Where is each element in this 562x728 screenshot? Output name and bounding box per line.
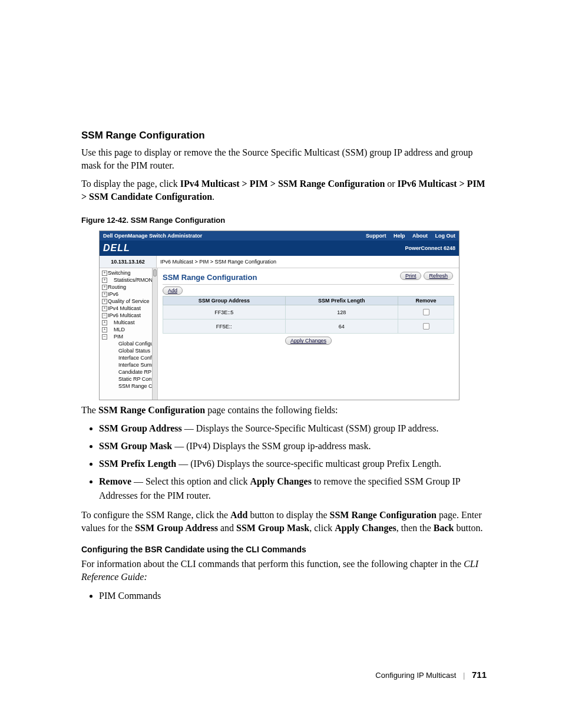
nav-item[interactable]: Global Configurat xyxy=(102,340,157,347)
nav-item[interactable]: Interface Summa xyxy=(102,361,157,368)
content-area: Print Refresh SSM Range Configuration Ad… xyxy=(158,268,459,400)
footer-section-name: Configuring IP Multicast xyxy=(375,671,456,680)
fields-intro-pre: The xyxy=(81,405,98,415)
nav-item[interactable]: Static RP Config xyxy=(102,375,157,383)
ssm-table: SSM Group Address SSM Prefix Length Remo… xyxy=(163,296,454,334)
about-link[interactable]: About xyxy=(412,233,428,239)
nav-item-label: Statistics/RMON xyxy=(114,277,153,283)
tree-toggle-icon[interactable]: − xyxy=(102,313,107,318)
tree-toggle-icon[interactable]: + xyxy=(102,327,107,332)
cli-paragraph: For information about the CLI commands t… xyxy=(81,558,487,583)
field-desc: — (IPv6) Displays the source-specific mu… xyxy=(176,459,441,469)
field-desc: — (IPv4) Displays the SSM group ip-addre… xyxy=(172,441,371,451)
field-item: SSM Group Address — Displays the Source-… xyxy=(99,421,487,436)
intro-paragraph-1: Use this page to display or remove the t… xyxy=(81,146,487,172)
support-link[interactable]: Support xyxy=(366,233,386,239)
page-footer: Configuring IP Multicast | 711 xyxy=(375,670,487,680)
nav-item-label: Global Status xyxy=(118,348,150,354)
apply-changes-button[interactable]: Apply Changes xyxy=(285,337,332,345)
add-button[interactable]: Add xyxy=(163,286,183,295)
fields-list: SSM Group Address — Displays the Source-… xyxy=(99,421,487,503)
print-button[interactable]: Print xyxy=(400,272,422,280)
nav-item[interactable]: −IPv6 Multicast xyxy=(102,312,157,319)
dell-logo: DELL xyxy=(103,243,130,253)
config-paragraph: To configure the SSM Range, click the Ad… xyxy=(81,509,487,534)
field-name: SSM Group Address xyxy=(99,423,182,433)
refresh-button[interactable]: Refresh xyxy=(424,272,453,280)
nav-item[interactable]: Global Status xyxy=(102,347,157,354)
tree-toggle-icon[interactable]: + xyxy=(102,320,107,325)
nav-item-label: Multicast xyxy=(114,319,135,325)
nav-item[interactable]: Candidate RP Co xyxy=(102,368,157,375)
remove-checkbox[interactable] xyxy=(423,323,429,330)
breadcrumb: IPv6 Multicast > PIM > SSM Range Configu… xyxy=(157,256,459,268)
table-row: FF3E::5128 xyxy=(163,305,454,319)
nav-item-label: IPv6 Multicast xyxy=(108,312,141,318)
cell-ssm-prefix-length: 128 xyxy=(285,305,398,319)
col-ssm-group-address: SSM Group Address xyxy=(163,297,286,305)
nav-item[interactable]: +Quality of Service xyxy=(102,298,157,305)
nav-item-label: IPv6 xyxy=(108,291,118,297)
figure-caption: Figure 12-42. SSM Range Configuration xyxy=(81,216,487,225)
fields-intro-post: page contains the following fields: xyxy=(205,405,338,415)
field-item: SSM Group Mask — (IPv4) Displays the SSM… xyxy=(99,439,487,453)
nav-item[interactable]: +IPv4 Multicast xyxy=(102,305,157,312)
cell-ssm-group-address: FF5E:: xyxy=(163,319,286,334)
cell-ssm-prefix-length: 64 xyxy=(285,319,398,334)
nav-item[interactable]: +Multicast xyxy=(102,319,157,326)
tree-toggle-icon[interactable]: − xyxy=(102,334,107,340)
section-title: SSM Range Configuration xyxy=(81,130,487,141)
table-row: FF5E::64 xyxy=(163,319,454,334)
nav-item[interactable]: +IPv6 xyxy=(102,291,157,298)
nav-item[interactable]: +Routing xyxy=(102,284,157,291)
remove-checkbox[interactable] xyxy=(423,309,429,315)
intro-paragraph-2: To display the page, click IPv4 Multicas… xyxy=(81,177,487,203)
logo-bar: DELL PowerConnect 6248 xyxy=(100,241,459,256)
nav-item[interactable]: Interface Configu xyxy=(102,354,157,361)
tree-toggle-icon[interactable]: + xyxy=(102,271,107,276)
app-topbar: Dell OpenManage Switch Administrator Sup… xyxy=(100,231,459,241)
col-ssm-prefix-length: SSM Prefix Length xyxy=(285,297,398,305)
cell-remove xyxy=(398,319,454,334)
tree-toggle-icon[interactable]: + xyxy=(102,285,107,290)
ip-address: 10.131.13.162 xyxy=(100,256,157,268)
para2-text-mid: or xyxy=(385,179,397,189)
nav-item-label: PIM xyxy=(114,334,123,340)
field-desc: — Displays the Source-Specific Multicast… xyxy=(182,423,439,433)
nav-item-label: Routing xyxy=(108,284,126,290)
nav-item[interactable]: SSM Range Con xyxy=(102,383,157,390)
footer-separator: | xyxy=(463,671,465,680)
topbar-links: Support Help About Log Out xyxy=(360,233,455,239)
nav-tree[interactable]: +Switching+Statistics/RMON+Routing+IPv6+… xyxy=(100,268,158,400)
scrollbar-thumb[interactable] xyxy=(153,269,157,276)
breadcrumb-row: 10.131.13.162 IPv6 Multicast > PIM > SSM… xyxy=(100,256,459,268)
fields-intro-bold: SSM Range Configuration xyxy=(98,405,205,415)
model-label: PowerConnect 6248 xyxy=(405,245,455,251)
tree-toggle-icon[interactable]: + xyxy=(102,306,107,311)
nav-item-label: MLD xyxy=(114,327,125,332)
nav-item[interactable]: +Statistics/RMON xyxy=(102,276,157,284)
field-name: SSM Prefix Length xyxy=(99,459,176,469)
cell-remove xyxy=(398,305,454,319)
tree-toggle-icon[interactable]: + xyxy=(102,299,107,304)
nav-item-label: Quality of Service xyxy=(108,298,150,304)
tree-toggle-icon[interactable]: + xyxy=(102,278,107,283)
help-link[interactable]: Help xyxy=(394,233,405,239)
nav-item[interactable]: −PIM xyxy=(102,333,157,340)
nav-item[interactable]: +MLD xyxy=(102,326,157,333)
para2-text-pre: To display the page, click xyxy=(81,179,180,189)
nav-scrollbar[interactable] xyxy=(152,268,157,400)
field-name: Remove xyxy=(99,476,131,486)
field-item: Remove — Select this option and click Ap… xyxy=(99,475,487,503)
cell-ssm-group-address: FF3E::5 xyxy=(163,305,286,319)
cli-list: PIM Commands xyxy=(99,589,487,603)
app-title: Dell OpenManage Switch Administrator xyxy=(103,233,202,239)
col-remove: Remove xyxy=(398,297,454,305)
nav-item-label: Static RP Config xyxy=(118,376,157,382)
screenshot: Dell OpenManage Switch Administrator Sup… xyxy=(99,230,459,400)
nav-item[interactable]: +Switching xyxy=(102,269,157,276)
logout-link[interactable]: Log Out xyxy=(435,233,456,239)
field-item: SSM Prefix Length — (IPv6) Displays the … xyxy=(99,457,487,471)
tree-toggle-icon[interactable]: + xyxy=(102,292,107,297)
nav-item-label: Switching xyxy=(108,270,131,276)
